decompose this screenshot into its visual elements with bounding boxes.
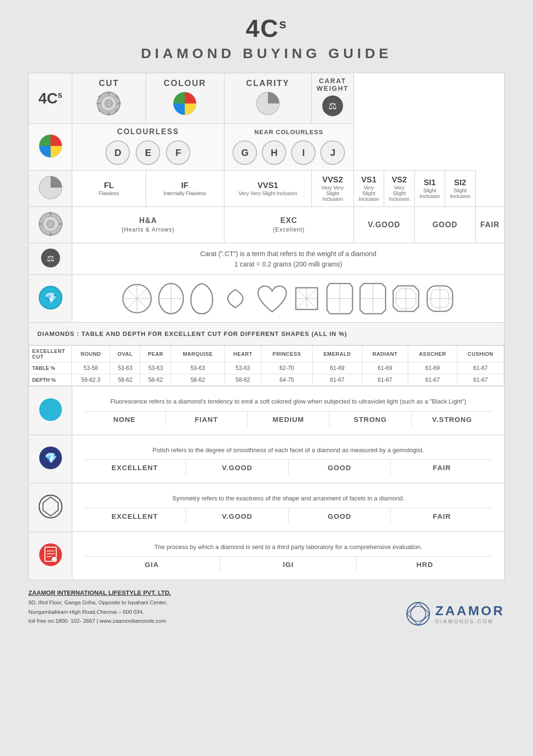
polish-icon-cell: 💎 bbox=[29, 435, 72, 483]
cert-hrd: HRD bbox=[357, 557, 493, 572]
shape-marquise bbox=[218, 288, 252, 309]
svg-text:💎: 💎 bbox=[44, 452, 57, 464]
clarity-VS1: VS1 Very Slight Inclusion bbox=[353, 171, 384, 207]
cut-data-row: EXCELLENT CUT ROUND OVAL PEAR MARQUISE H… bbox=[29, 345, 505, 387]
carat-category: CARAT WEIGHT ⚖ bbox=[311, 73, 353, 124]
depth-percent-label: DEPTH % bbox=[29, 374, 72, 386]
fluorescence-icon bbox=[37, 396, 64, 423]
clarity-VVS1: VVS1 Very Very Slight Inclusion bbox=[224, 171, 311, 207]
depth-asscher: 61-67 bbox=[408, 374, 457, 386]
cert-gia: GIA bbox=[84, 557, 220, 572]
symmetry-grades: EXCELLENT V.GOOD GOOD FAIR bbox=[84, 508, 493, 524]
col-oval: OVAL bbox=[110, 346, 140, 362]
col-heart: HEART bbox=[224, 346, 261, 362]
footer-right: ZAAMOR DIAMONDS.COM bbox=[406, 601, 505, 626]
fluorescence-grades: NONE FIANT MEDIUM STRONG V.STRONG bbox=[84, 411, 493, 427]
table-emerald: 61-69 bbox=[312, 362, 362, 374]
clarity-category: CLARITY bbox=[224, 73, 311, 124]
shape-emerald bbox=[325, 282, 354, 316]
shapes-row: 💎 bbox=[29, 275, 505, 323]
col-pear: PEAR bbox=[140, 346, 171, 362]
col-cushion: CUSHION bbox=[457, 346, 504, 362]
grade-F: F bbox=[166, 140, 190, 165]
svg-point-23 bbox=[47, 220, 54, 228]
main-table: 4Cs CUT bbox=[28, 73, 505, 580]
colourless-cell: COLOURLESS D E F bbox=[72, 124, 224, 171]
shapes-cell bbox=[72, 275, 505, 323]
cert-grades: GIA IGI HRD bbox=[84, 556, 493, 572]
svg-rect-5 bbox=[117, 103, 121, 104]
sym-vgood: V.GOOD bbox=[186, 508, 289, 524]
polish-fair: FAIR bbox=[391, 460, 493, 475]
cut-inner-table: EXCELLENT CUT ROUND OVAL PEAR MARQUISE H… bbox=[29, 345, 504, 386]
header-row: 4Cs CUT bbox=[29, 73, 505, 124]
col-round: ROUND bbox=[72, 346, 110, 362]
clarity-VS2: VS2 Very Slight Inclusion bbox=[384, 171, 414, 207]
depth-emerald: 61-67 bbox=[312, 374, 362, 386]
table-oval: 53-63 bbox=[110, 362, 140, 374]
fluor-medium: MEDIUM bbox=[248, 412, 329, 427]
cut-category: CUT bbox=[72, 73, 146, 124]
table-pear: 53-63 bbox=[140, 362, 171, 374]
svg-point-51 bbox=[39, 398, 62, 421]
svg-rect-21 bbox=[38, 223, 42, 225]
certification-icon: ✓ bbox=[37, 541, 64, 568]
colour-icon bbox=[172, 90, 198, 117]
address-line1: 9D, IIIrd Floor, Ganga Griha, Opposite t… bbox=[28, 598, 171, 608]
shape-asscher bbox=[391, 284, 421, 313]
table-round: 53-58 bbox=[72, 362, 110, 374]
carat-text-cell: Carat (".CT") is a term that refers to t… bbox=[72, 243, 505, 275]
logo-sub: DIAMONDS.COM bbox=[435, 619, 505, 624]
svg-rect-2 bbox=[108, 91, 110, 95]
depth-cushion: 61-67 bbox=[457, 374, 504, 386]
cut-table-header-row: DIAMONDS : TABLE AND DEPTH FOR EXCELLENT… bbox=[29, 323, 505, 345]
polish-vgood: V.GOOD bbox=[186, 460, 289, 475]
grade-J: J bbox=[320, 140, 345, 165]
depth-oval: 58-62 bbox=[110, 374, 140, 386]
grade-D: D bbox=[105, 140, 130, 165]
cert-content: The process by which a diamond is sent t… bbox=[72, 532, 505, 580]
fluor-strong: STRONG bbox=[329, 412, 411, 427]
col-excellent-cut: EXCELLENT CUT bbox=[29, 346, 72, 362]
depth-round: 59-62.3 bbox=[72, 374, 110, 386]
svg-point-10 bbox=[105, 100, 112, 107]
svg-text:✓: ✓ bbox=[52, 558, 56, 562]
polish-excellent: EXCELLENT bbox=[84, 460, 186, 475]
shapes-icon: 💎 bbox=[37, 284, 64, 311]
cut-columns-header: EXCELLENT CUT ROUND OVAL PEAR MARQUISE H… bbox=[29, 346, 504, 362]
symmetry-content: Symmetry refers to the exactness of the … bbox=[72, 483, 505, 532]
carat-icon: ⚖ bbox=[321, 94, 344, 118]
cert-igi: IGI bbox=[220, 557, 357, 572]
cut-exc: EXC(Excellent) bbox=[224, 207, 353, 243]
symmetry-icon-cell bbox=[29, 483, 72, 532]
clarity-row: FL Flawless IF Internally Flawless VVS1 … bbox=[29, 171, 505, 207]
clarity-icon bbox=[255, 90, 281, 117]
table-heart: 53-63 bbox=[224, 362, 261, 374]
shape-heart bbox=[256, 284, 288, 314]
shape-princess bbox=[292, 284, 321, 313]
symmetry-icon bbox=[37, 493, 64, 520]
cut-quality-icon-cell bbox=[29, 207, 72, 243]
table-radiant: 61-69 bbox=[362, 362, 408, 374]
depth-princess: 64-75 bbox=[261, 374, 313, 386]
address-line2: Nungambakkam High Road,Chennai – 600 034… bbox=[28, 608, 171, 617]
depth-percent-row: DEPTH % 59-62.3 58-62 58-62 58-62 58-62 … bbox=[29, 374, 504, 386]
fluor-faint: FIANT bbox=[166, 412, 248, 427]
grade-I: I bbox=[291, 140, 316, 165]
fours-label: 4Cs bbox=[29, 73, 72, 124]
shape-oval bbox=[157, 282, 185, 316]
cut-quality-icon bbox=[37, 211, 64, 237]
carat-row-icon-cell: ⚖ bbox=[29, 243, 72, 275]
cut-data-cell: EXCELLENT CUT ROUND OVAL PEAR MARQUISE H… bbox=[29, 345, 505, 387]
shape-round bbox=[121, 283, 153, 315]
colour-icon-cell bbox=[29, 124, 72, 171]
sym-fair: FAIR bbox=[391, 508, 493, 524]
cut-icon bbox=[95, 90, 122, 117]
svg-rect-20 bbox=[50, 232, 52, 236]
clarity-SI1: SI1 Slight Inclusion bbox=[414, 171, 445, 207]
fluorescence-row: Fluorescence refers to a diamond's tende… bbox=[29, 387, 505, 435]
depth-marquise: 58-62 bbox=[171, 374, 224, 386]
table-asscher: 61-69 bbox=[408, 362, 457, 374]
col-princess: PRINCESS bbox=[261, 346, 313, 362]
clarity-VVS2: VVS2 Very Very Slight Inclusion bbox=[311, 171, 353, 207]
